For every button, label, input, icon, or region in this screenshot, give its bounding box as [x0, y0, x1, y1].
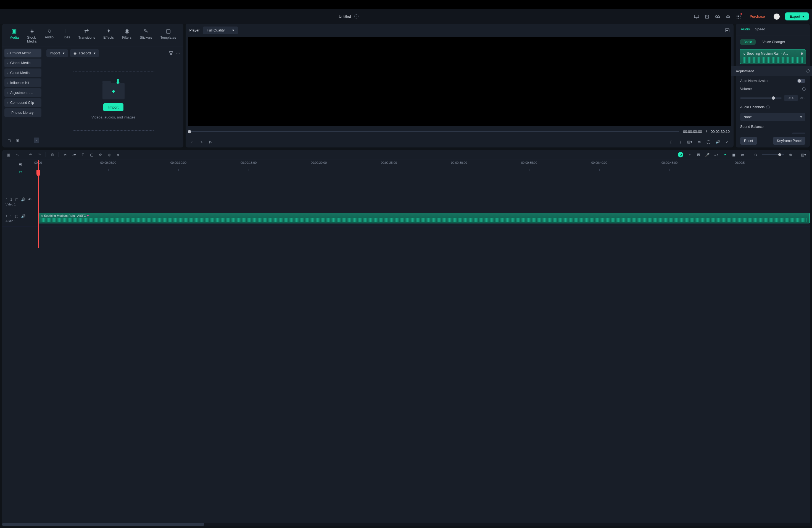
- filter-icon[interactable]: [169, 51, 173, 56]
- tl-redo-icon[interactable]: ↷: [37, 152, 42, 157]
- slider-thumb[interactable]: [778, 153, 781, 156]
- record-dropdown[interactable]: ◉Record▾: [70, 49, 99, 57]
- player-scrub-bar[interactable]: [189, 131, 679, 132]
- sidebar-item-compound-clip[interactable]: ▸Compound Clip: [4, 98, 41, 107]
- cloud-icon[interactable]: [715, 14, 720, 19]
- mute-icon[interactable]: 🔊: [21, 214, 25, 218]
- auto-normalization-toggle[interactable]: [797, 79, 806, 83]
- tl-audio-track-icon[interactable]: ≡♪: [714, 152, 719, 157]
- collapse-sidebar-button[interactable]: ‹: [34, 137, 39, 143]
- more-icon[interactable]: ⋯: [176, 51, 180, 56]
- tab-effects[interactable]: ✦Effects: [100, 27, 117, 46]
- slider-thumb[interactable]: [772, 97, 775, 100]
- new-folder-icon[interactable]: ▢: [6, 138, 12, 143]
- play-icon[interactable]: ▷: [199, 139, 204, 144]
- keyframe-panel-button[interactable]: Keyframe Panel: [773, 137, 806, 145]
- avatar[interactable]: [773, 14, 780, 19]
- folder-icon[interactable]: ▣: [15, 138, 20, 143]
- display-icon[interactable]: ▭: [697, 139, 701, 144]
- apps-icon[interactable]: [736, 14, 741, 19]
- subtab-basic[interactable]: Basic: [740, 39, 756, 45]
- video-track-lane[interactable]: [38, 194, 810, 210]
- lock-icon[interactable]: ▢: [15, 197, 18, 202]
- timeline-tracks[interactable]: ♫Soothing Medium Rain - AISFX♥: [38, 174, 810, 523]
- scrub-thumb[interactable]: [188, 130, 191, 133]
- tl-cursor-icon[interactable]: ↖: [15, 152, 20, 157]
- tl-mix-icon[interactable]: ✦: [687, 152, 692, 157]
- tl-marker-icon[interactable]: ▭: [740, 152, 745, 157]
- tl-crop-icon[interactable]: ▢: [89, 152, 94, 157]
- quality-select[interactable]: Full Quality▾: [203, 27, 238, 34]
- tl-layout-icon[interactable]: ▦: [6, 152, 11, 157]
- import-drop-zone[interactable]: ⬇ ◆ Import Videos, audios, and images: [72, 72, 155, 131]
- tab-media[interactable]: ▣Media: [6, 27, 22, 46]
- scrollbar-thumb[interactable]: [2, 523, 204, 526]
- subtab-voice-changer[interactable]: Voice Changer: [759, 39, 789, 45]
- mark-in-icon[interactable]: {: [668, 139, 673, 144]
- eye-icon[interactable]: 👁: [28, 197, 32, 202]
- sidebar-item-project-media[interactable]: ▸Project Media: [4, 48, 41, 57]
- import-dropdown[interactable]: Import▾: [46, 49, 68, 57]
- tl-picture-icon[interactable]: ▣: [731, 152, 736, 157]
- tl-zoom-out-icon[interactable]: ⊖: [753, 152, 758, 157]
- info-icon[interactable]: i: [766, 105, 770, 109]
- mark-out-icon[interactable]: }: [678, 139, 683, 144]
- volume-icon[interactable]: 🔊: [715, 139, 720, 144]
- tl-more-icon[interactable]: »: [116, 152, 121, 157]
- tab-speed-props[interactable]: Speed: [755, 27, 765, 32]
- volume-slider[interactable]: [740, 98, 782, 99]
- fullscreen-icon[interactable]: ⤢: [725, 139, 730, 144]
- tl-view-icon[interactable]: ▤▾: [801, 152, 806, 157]
- timeline-scrollbar[interactable]: [2, 523, 810, 526]
- tl-zoom-slider[interactable]: [762, 154, 784, 155]
- sidebar-item-global-media[interactable]: ▸Global Media: [4, 59, 41, 68]
- tab-transitions[interactable]: ⇄Transitions: [75, 27, 98, 46]
- adjustment-header[interactable]: Adjustment: [731, 66, 812, 76]
- tl-mic-icon[interactable]: 🎤: [705, 152, 710, 157]
- tl-delete-icon[interactable]: 🗑: [50, 152, 55, 157]
- sidebar-item-photos-library[interactable]: Photos Library: [4, 108, 41, 117]
- sidebar-item-cloud-media[interactable]: ▸Cloud Media: [4, 69, 41, 77]
- audio-track-header[interactable]: ♪1▢🔊 Audio 1: [2, 210, 38, 227]
- tl-cut-icon[interactable]: ✂: [63, 152, 68, 157]
- audio-clip[interactable]: ♫Soothing Medium Rain - AISFX♥: [38, 213, 810, 223]
- ratio-icon[interactable]: ▤▾: [687, 139, 692, 144]
- tl-text-icon[interactable]: T: [81, 152, 85, 157]
- selected-clip-card[interactable]: ♫Soothing Medium Rain - A...: [740, 49, 806, 64]
- tl-split-icon[interactable]: ✶: [723, 152, 727, 157]
- next-frame-icon[interactable]: ▷: [208, 139, 213, 144]
- volume-value[interactable]: 0.00: [784, 95, 798, 101]
- keyframe-diamond-icon[interactable]: [806, 69, 811, 73]
- prev-frame-icon[interactable]: ◁: [189, 139, 194, 144]
- lock-icon[interactable]: ▢: [15, 214, 18, 218]
- tl-ai-icon[interactable]: ⊙: [678, 152, 683, 157]
- sidebar-item-adjustment[interactable]: ▸Adjustment L...: [4, 88, 41, 97]
- timeline-ruler[interactable]: 00:00 00:00:05:00 00:00:10:00 00:00:15:0…: [38, 160, 810, 171]
- support-icon[interactable]: [726, 14, 730, 19]
- tl-zoom-in-icon[interactable]: ⊕: [788, 152, 793, 157]
- mute-icon[interactable]: 🔊: [21, 197, 25, 202]
- snapshot-settings-icon[interactable]: [725, 28, 730, 33]
- tl-color-icon[interactable]: ◐: [107, 152, 112, 157]
- tl-shield-icon[interactable]: ⛨: [696, 152, 701, 157]
- audio-track-lane[interactable]: ♫Soothing Medium Rain - AISFX♥: [38, 210, 810, 227]
- keyframe-diamond-icon[interactable]: [802, 87, 806, 91]
- tab-stickers[interactable]: ✎Stickers: [136, 27, 155, 46]
- tab-audio[interactable]: ♫Audio: [41, 27, 57, 46]
- video-track-header[interactable]: ▯1▢🔊👁 Video 1: [2, 194, 38, 210]
- export-button[interactable]: Export▾: [785, 12, 809, 20]
- import-button[interactable]: Import: [103, 103, 124, 111]
- tl-link-icon[interactable]: ⚯: [18, 169, 23, 174]
- sidebar-item-influence-kit[interactable]: ▸Influence Kit: [4, 78, 41, 87]
- playhead[interactable]: [38, 160, 39, 248]
- tab-filters[interactable]: ◉Filters: [119, 27, 135, 46]
- tl-group-icon[interactable]: ▣: [18, 162, 23, 166]
- tab-audio-props[interactable]: Audio: [741, 27, 750, 32]
- stop-icon[interactable]: □: [218, 139, 222, 144]
- reset-button[interactable]: Reset: [740, 137, 757, 145]
- camera-icon[interactable]: ◯: [706, 139, 711, 144]
- tab-stock-media[interactable]: ◈Stock Media: [24, 27, 40, 46]
- purchase-button[interactable]: Purchase: [746, 13, 768, 20]
- player-viewport[interactable]: [188, 37, 731, 126]
- clip-handle-icon[interactable]: [801, 53, 803, 55]
